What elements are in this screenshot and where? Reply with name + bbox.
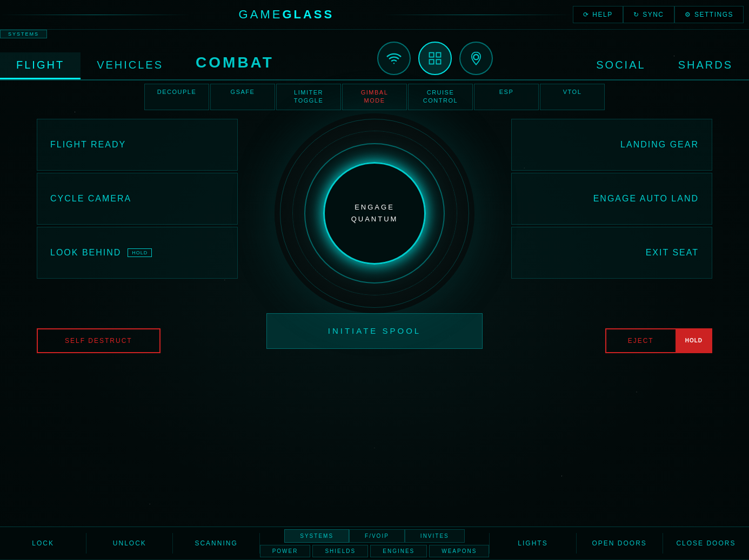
left-buttons: FLIGHT READY CYCLE CAMERA LOOK BEHIND HO… [0,113,238,324]
settings-button[interactable]: ⚙ SETTINGS [674,6,744,23]
eject-button[interactable]: EJECT [605,328,676,353]
flight-ready-label: FLIGHT READY [50,140,126,150]
content-area: FLIGHT READY CYCLE CAMERA LOOK BEHIND HO… [0,113,749,324]
grid-icon [427,51,443,66]
top-header: GAMEGLASS ⟳ HELP ↻ SYNC ⚙ SETTINGS [0,0,749,30]
app-logo: GAMEGLASS [239,8,335,22]
shields-tab[interactable]: SHIELDS [312,545,368,557]
bottom-nav-row: LOCK UNLOCK SCANNING SYSTEMS F/VOIP INVI… [0,527,749,560]
sync-label: SYNC [643,11,664,18]
wifi-icon [386,51,402,66]
flight-ready-button[interactable]: FLIGHT READY [37,119,238,171]
function-tabs: DECOUPLE GSAFE LIMITERTOGGLE GIMBALMODE … [0,80,749,113]
nav-tabs-row: FLIGHT VEHICLES COMBAT [0,30,749,79]
lock-button[interactable]: LOCK [0,533,86,554]
eject-label: EJECT [628,337,654,345]
settings-label: SETTINGS [694,11,733,18]
landing-gear-button[interactable]: LANDING GEAR [511,119,712,171]
quantum-line2: QUANTUM [351,215,398,223]
unlock-button[interactable]: UNLOCK [86,533,173,554]
func-esp[interactable]: ESP [474,84,539,110]
bottom-sub-tabs: POWER SHIELDS ENGINES WEAPONS [260,545,490,557]
open-doors-button[interactable]: OPEN DOORS [576,533,663,554]
logo-container: GAMEGLASS [191,3,382,26]
location-tab[interactable] [459,42,493,75]
sync-icon: ↻ [633,11,640,18]
tab-vehicles[interactable]: VEHICLES [81,52,179,79]
sync-button[interactable]: ↻ SYNC [623,6,674,23]
engage-quantum-button[interactable]: ENGAGE QUANTUM [323,162,426,265]
svg-rect-2 [430,59,434,64]
close-doors-button[interactable]: CLOSE DOORS [663,533,749,554]
func-gsafe[interactable]: GSAFE [210,84,275,110]
engage-auto-land-label: ENGAGE AUTO LAND [593,194,699,204]
landing-gear-label: LANDING GEAR [620,140,699,150]
weapons-tab[interactable]: WEAPONS [429,545,489,557]
bottom-main-tabs: SYSTEMS F/VOIP INVITES [284,529,465,543]
cycle-camera-button[interactable]: CYCLE CAMERA [37,173,238,225]
initiate-spool-button[interactable]: INITIATE SPOOL [266,313,483,349]
power-tab[interactable]: POWER [260,545,311,557]
look-behind-button[interactable]: LOOK BEHIND HOLD [37,227,238,279]
logo-game: GAME [239,8,283,21]
func-gimbal[interactable]: GIMBALMODE [342,84,407,110]
grid-tab[interactable] [418,42,452,75]
icon-tabs [377,42,493,75]
func-vtol[interactable]: VTOL [540,84,605,110]
systems-label: SYSTEMS [0,30,47,38]
tab-flight[interactable]: FLIGHT [0,52,81,79]
lights-button[interactable]: LIGHTS [489,533,576,554]
eject-group: EJECT HOLD [605,328,712,353]
invites-tab[interactable]: INVITES [405,529,465,543]
location-icon [469,51,484,66]
help-label: HELP [592,11,612,18]
systems-tab[interactable]: SYSTEMS [284,529,349,543]
wifi-tab[interactable] [377,42,411,75]
engage-auto-land-button[interactable]: ENGAGE AUTO LAND [511,173,712,225]
quantum-dial-area: ENGAGE QUANTUM INITIATE SPOOL [266,113,483,349]
tab-shards[interactable]: SHARDS [662,52,749,79]
fvoip-tab[interactable]: F/VOIP [349,529,405,543]
tab-social[interactable]: SOCIAL [580,52,661,79]
svg-rect-0 [430,53,434,57]
eject-hold-badge: HOLD [676,328,712,353]
quantum-button-text: ENGAGE QUANTUM [351,201,398,225]
nav-section: SYSTEMS FLIGHT VEHICLES COMBAT [0,30,749,80]
logo-line-right [382,15,573,15]
svg-rect-3 [436,59,440,64]
logo-line-left [0,15,191,15]
func-limiter[interactable]: LIMITERTOGGLE [276,84,341,110]
self-destruct-button[interactable]: SELF DESTRUCT [37,328,160,353]
look-behind-hold-badge: HOLD [128,248,152,257]
bottom-bar: LOCK UNLOCK SCANNING SYSTEMS F/VOIP INVI… [0,527,749,560]
quantum-dial: ENGAGE QUANTUM [275,113,474,313]
svg-rect-1 [436,53,440,57]
bottom-center-tabs: SYSTEMS F/VOIP INVITES POWER SHIELDS ENG… [260,527,490,559]
logo-glass: GLASS [282,8,334,21]
exit-seat-button[interactable]: EXIT SEAT [511,227,712,279]
top-actions: ⟳ HELP ↻ SYNC ⚙ SETTINGS [573,6,749,23]
help-button[interactable]: ⟳ HELP [573,6,623,23]
look-behind-label: LOOK BEHIND [50,248,121,258]
func-decouple[interactable]: DECOUPLE [144,84,209,110]
svg-point-4 [473,55,478,59]
right-buttons: LANDING GEAR ENGAGE AUTO LAND EXIT SEAT [511,113,749,324]
func-cruise[interactable]: CRUISECONTROL [408,84,473,110]
spool-label: INITIATE SPOOL [328,326,421,335]
self-destruct-label: SELF DESTRUCT [65,337,132,345]
settings-icon: ⚙ [685,11,692,18]
icon-tabs-container [290,42,580,79]
exit-seat-label: EXIT SEAT [646,248,699,258]
quantum-line1: ENGAGE [355,203,394,211]
engines-tab[interactable]: ENGINES [370,545,427,557]
cycle-camera-label: CYCLE CAMERA [50,194,131,204]
help-icon: ⟳ [583,11,590,18]
scanning-button[interactable]: SCANNING [173,533,259,554]
tab-combat[interactable]: COMBAT [179,48,290,79]
